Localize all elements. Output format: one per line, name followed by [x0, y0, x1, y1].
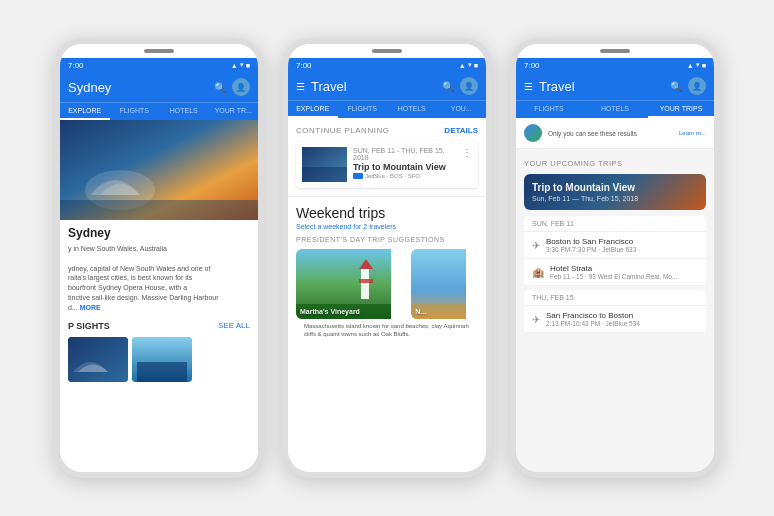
dest-label-2: N... — [415, 308, 426, 315]
main-trip-date: Sun, Feb 11 — Thu, Feb 15, 2018 — [532, 195, 698, 202]
main-trip-name: Trip to Mountain View — [532, 182, 698, 193]
tab-hotels-2[interactable]: HOTELS — [387, 101, 437, 118]
flight-item-2[interactable]: ✈ San Francisco to Boston 2:13 PM-10:43 … — [524, 306, 706, 333]
battery-icon-1: ■ — [246, 62, 250, 69]
sights-title-1: P SIGHTS — [68, 321, 110, 331]
svg-rect-3 — [68, 337, 128, 382]
weekend-sub[interactable]: Select a weekend for 2 travelers — [296, 223, 478, 230]
search-icon-3[interactable]: 🔍 — [670, 81, 682, 92]
status-time-3: 7:00 — [524, 61, 540, 70]
phone1-title: Sydney — [68, 80, 111, 95]
learn-more-link[interactable]: Learn m... — [679, 130, 706, 136]
hamburger-icon-2[interactable]: ☰ — [296, 81, 305, 92]
flight-details-1: Boston to San Francisco 3:30 PM-7:30 PM … — [546, 237, 698, 253]
trip-card-2[interactable]: SUN, FEB 11 - THU, FEB 15, 2018 Trip to … — [296, 141, 478, 188]
continue-header: CONTINUE PLANNING DETAILS — [296, 126, 478, 135]
battery-icon-3: ■ — [702, 62, 706, 69]
flight-sub-1: 3:30 PM-7:30 PM · JetBlue 633 — [546, 246, 698, 253]
avatar-3[interactable]: 👤 — [688, 77, 706, 95]
continue-label: CONTINUE PLANNING — [296, 126, 389, 135]
trip-date-2: SUN, FEB 11 - THU, FEB 15, 2018 — [353, 147, 456, 161]
phone3-title: Travel — [539, 79, 664, 94]
tab-yourtrips-3[interactable]: YOUR TRIPS — [648, 101, 714, 118]
phone3-content: Only you can see these results Learn m..… — [516, 118, 714, 472]
hotel-details-1: Hotel Strata Feb 11 - 15 · 93 West El Ca… — [550, 264, 698, 280]
phone1-header: Sydney 🔍 👤 — [60, 72, 258, 102]
phone-top-1 — [60, 44, 258, 58]
status-bar-2: 7:00 ▲ ▾ ■ — [288, 58, 486, 72]
phone2-title: Travel — [311, 79, 436, 94]
tab-explore-2[interactable]: EXPLORE — [288, 101, 338, 118]
tab-hotels-1[interactable]: HOTELS — [159, 103, 209, 120]
nav-tabs-3: FLIGHTS HOTELS YOUR TRIPS — [516, 100, 714, 118]
avatar-1[interactable]: 👤 — [232, 78, 250, 96]
flight-item-1[interactable]: ✈ Boston to San Francisco 3:30 PM-7:30 P… — [524, 232, 706, 259]
dest-label-1: Sydney — [60, 220, 258, 242]
trip-thumb-2 — [302, 147, 347, 182]
avatar-2[interactable]: 👤 — [460, 77, 478, 95]
hamburger-icon-3[interactable]: ☰ — [524, 81, 533, 92]
phone1-icons: 🔍 👤 — [214, 78, 250, 96]
battery-icon-2: ■ — [474, 62, 478, 69]
nav-tabs-1: EXPLORE FLIGHTS HOTELS YOUR TR... — [60, 102, 258, 120]
phone1-hero: More destinations — [60, 120, 258, 220]
dest-cards-row: Martha's Vineyard — [296, 249, 478, 319]
tab-hotels-3[interactable]: HOTELS — [582, 101, 648, 118]
avatar-small-3 — [524, 124, 542, 142]
privacy-text: Only you can see these results — [548, 130, 673, 137]
search-icon-2[interactable]: 🔍 — [442, 81, 454, 92]
sky-thumb[interactable] — [132, 337, 192, 382]
weekend-section: Weekend trips Select a weekend for 2 tra… — [288, 197, 486, 353]
phone3-header: ☰ Travel 🔍 👤 — [516, 72, 714, 100]
status-time-1: 7:00 — [68, 61, 84, 70]
day-label-1: SUN, FEB 11 — [524, 216, 706, 232]
tab-flights-1[interactable]: FLIGHTS — [110, 103, 160, 120]
tab-explore-1[interactable]: EXPLORE — [60, 103, 110, 120]
trip-info-2: SUN, FEB 11 - THU, FEB 15, 2018 Trip to … — [353, 147, 456, 179]
upcoming-label: YOUR UPCOMING TRIPS — [524, 159, 706, 168]
see-all-link-1[interactable]: SEE ALL — [218, 321, 250, 330]
main-trip-card[interactable]: Trip to Mountain View Sun, Feb 11 — Thu,… — [524, 174, 706, 210]
speaker-1 — [144, 49, 174, 53]
flight-name-1: Boston to San Francisco — [546, 237, 698, 246]
vineyard-label: Martha's Vineyard — [300, 308, 360, 315]
status-time-2: 7:00 — [296, 61, 312, 70]
hotel-name-1: Hotel Strata — [550, 264, 698, 273]
signal-icon-3: ▲ — [687, 62, 694, 69]
more-icon-2[interactable]: ⋮ — [462, 147, 472, 158]
tab-flights-3[interactable]: FLIGHTS — [516, 101, 582, 118]
flight-details-2: San Francisco to Boston 2:13 PM-10:43 PM… — [546, 311, 698, 327]
speaker-3 — [600, 49, 630, 53]
signal-icon-1: ▲ — [231, 62, 238, 69]
day-section-2: THU, FEB 15 ✈ San Francisco to Boston 2:… — [524, 290, 706, 333]
signal-icon-2: ▲ — [459, 62, 466, 69]
svg-rect-7 — [302, 167, 347, 182]
phone2-content: CONTINUE PLANNING DETAILS — [288, 118, 486, 472]
tab-flights-2[interactable]: FLIGHTS — [338, 101, 388, 118]
status-bar-1: 7:00 ▲ ▾ ■ — [60, 58, 258, 72]
privacy-banner: Only you can see these results Learn m..… — [516, 118, 714, 149]
opera-thumb[interactable] — [68, 337, 128, 382]
vineyard-desc: Massachusetts island known for sand beac… — [296, 319, 478, 345]
day-section-1: SUN, FEB 11 ✈ Boston to San Francisco 3:… — [524, 216, 706, 286]
dest-desc-1: y in New South Wales, Australia ydney, c… — [60, 242, 258, 315]
hotel-item-1[interactable]: 🏨 Hotel Strata Feb 11 - 15 · 93 West El … — [524, 259, 706, 286]
search-icon-1[interactable]: 🔍 — [214, 82, 226, 93]
tab-you-2[interactable]: YOU... — [437, 101, 487, 118]
plane-icon-2: ✈ — [532, 314, 540, 325]
tab-yourtrips-1[interactable]: YOUR TR... — [209, 103, 259, 120]
continue-section: CONTINUE PLANNING DETAILS — [288, 118, 486, 197]
sights-thumbs-1 — [60, 337, 258, 390]
flight-name-2: San Francisco to Boston — [546, 311, 698, 320]
speaker-2 — [372, 49, 402, 53]
svg-rect-2 — [60, 200, 258, 220]
phone-3: 7:00 ▲ ▾ ■ ☰ Travel 🔍 👤 FLIGHTS HOTELS Y… — [510, 38, 720, 478]
phone1-content: More destinations Sydney y in New South … — [60, 120, 258, 472]
status-icons-1: ▲ ▾ ■ — [231, 61, 250, 69]
status-icons-3: ▲ ▾ ■ — [687, 61, 706, 69]
details-link[interactable]: DETAILS — [444, 126, 478, 135]
svg-rect-11 — [359, 279, 373, 283]
dest-card-2[interactable]: N... — [411, 249, 478, 319]
dest-card-vineyard[interactable]: Martha's Vineyard — [296, 249, 407, 319]
more-link-1[interactable]: MORE — [80, 304, 101, 311]
